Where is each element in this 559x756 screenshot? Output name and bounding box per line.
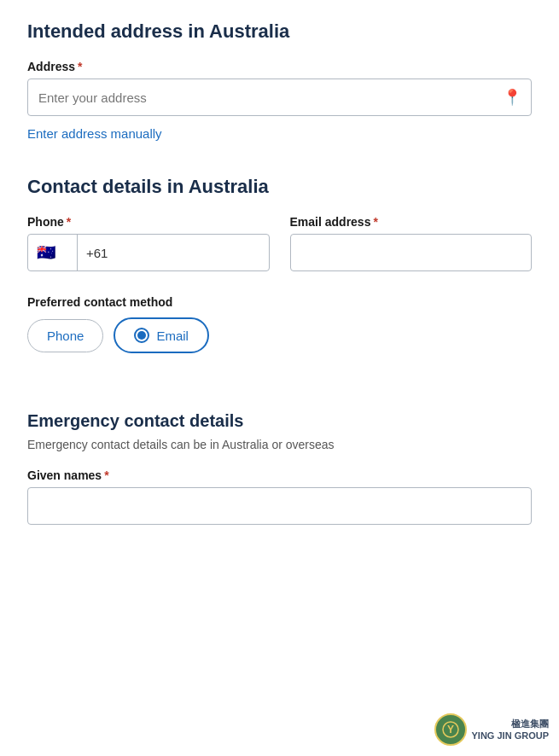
watermark-logo: Y <box>434 713 467 746</box>
email-radio-dot <box>134 328 149 343</box>
email-required-star: * <box>373 215 377 229</box>
given-names-field-group: Given names * <box>27 468 532 525</box>
phone-label: Phone * <box>27 215 270 229</box>
address-input-wrapper: 📍 <box>27 79 532 116</box>
emergency-section-subtitle: Emergency contact details can be in Aust… <box>27 438 532 451</box>
preferred-contact-label: Preferred contact method <box>27 295 532 309</box>
emergency-contact-section: Emergency contact details Emergency cont… <box>27 411 532 525</box>
email-input[interactable] <box>290 234 533 271</box>
watermark: Y 楹進集團 YING JIN GROUP <box>434 713 549 746</box>
preferred-contact-toggle-group: Phone Email <box>27 317 532 353</box>
given-names-required-star: * <box>104 468 108 482</box>
address-label: Address * <box>27 60 532 73</box>
email-field-group: Email address * <box>290 215 533 271</box>
contact-fields-row: Phone * 🇦🇺 Email address * <box>27 215 532 271</box>
contact-section-title: Contact details in Australia <box>27 176 532 198</box>
svg-text:Y: Y <box>447 724 454 736</box>
email-option-button[interactable]: Email <box>114 317 209 353</box>
phone-option-button[interactable]: Phone <box>27 319 103 352</box>
phone-flag-area[interactable]: 🇦🇺 <box>28 235 78 270</box>
watermark-text: 楹進集團 YING JIN GROUP <box>472 718 549 742</box>
address-input[interactable] <box>27 79 532 116</box>
contact-section: Contact details in Australia Phone * 🇦🇺 … <box>27 176 532 353</box>
phone-code-input[interactable] <box>78 235 269 270</box>
given-names-input[interactable] <box>27 487 532 525</box>
emergency-section-title: Emergency contact details <box>27 411 532 431</box>
address-section-title: Intended address in Australia <box>27 20 532 43</box>
address-field-group: Address * 📍 <box>27 60 532 116</box>
phone-required-star: * <box>67 215 71 229</box>
australia-flag-icon: 🇦🇺 <box>37 245 55 260</box>
watermark-english: YING JIN GROUP <box>472 730 549 741</box>
email-option-label: Email <box>156 329 189 343</box>
email-label: Email address * <box>290 215 533 229</box>
watermark-logo-icon: Y <box>441 720 460 739</box>
phone-option-label: Phone <box>47 329 84 343</box>
enter-address-manually-link[interactable]: Enter address manually <box>27 126 162 141</box>
address-section: Intended address in Australia Address * … <box>27 20 532 142</box>
preferred-contact-section: Preferred contact method Phone Email <box>27 295 532 353</box>
given-names-label: Given names * <box>27 468 532 482</box>
watermark-chinese: 楹進集團 <box>472 718 549 730</box>
address-required-star: * <box>78 60 82 73</box>
phone-field-group: Phone * 🇦🇺 <box>27 215 270 271</box>
phone-input-wrapper: 🇦🇺 <box>27 234 270 271</box>
